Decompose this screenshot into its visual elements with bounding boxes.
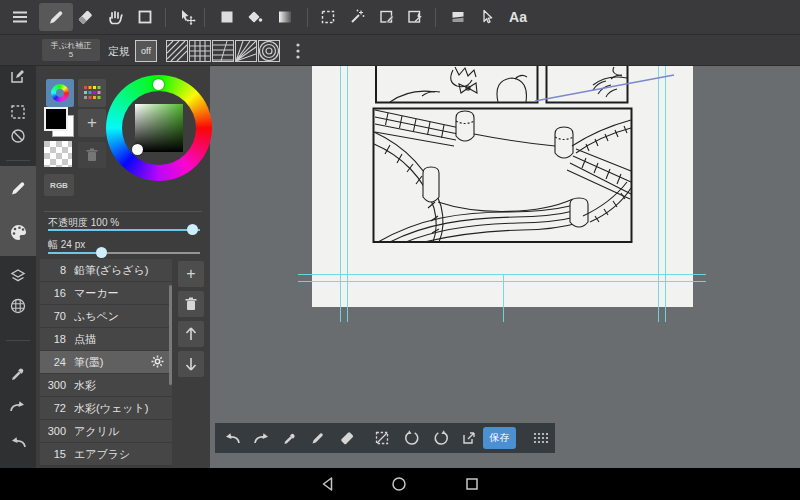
brush-down-button[interactable] xyxy=(178,351,204,377)
quick-bar: 保存 xyxy=(215,423,555,453)
color-mode-button[interactable]: RGB xyxy=(44,174,74,196)
nav-back-icon[interactable] xyxy=(313,474,341,494)
tool-text[interactable]: Aa xyxy=(501,3,535,31)
sv-handle[interactable] xyxy=(132,144,143,155)
eraser-button[interactable] xyxy=(336,427,358,449)
width-slider-handle[interactable] xyxy=(96,247,107,258)
brush-list-item[interactable]: 24 筆(墨) xyxy=(40,351,172,374)
tool-magic-wand[interactable] xyxy=(343,3,371,31)
nav-home-icon[interactable] xyxy=(385,474,413,494)
deselect-icon[interactable] xyxy=(0,118,36,154)
add-color-button[interactable]: + xyxy=(78,109,106,137)
tool-operate-cursor[interactable] xyxy=(473,3,501,31)
tool-shape-rect[interactable] xyxy=(213,3,241,31)
main-toolbar: Aa xyxy=(0,0,800,34)
tool-select-rect[interactable] xyxy=(314,3,342,31)
color-palette-icon[interactable] xyxy=(0,214,36,250)
brush-list-scrollbar[interactable] xyxy=(169,285,172,385)
brush-settings-icon[interactable] xyxy=(151,355,164,370)
ruler-label: 定規 xyxy=(108,44,130,59)
pen-tool-icon[interactable] xyxy=(0,170,36,206)
undo-icon[interactable] xyxy=(0,424,36,460)
stabilizer-button[interactable]: 手ぶれ補正 5 xyxy=(42,39,100,61)
brush-up-button[interactable] xyxy=(178,321,204,347)
redo-icon[interactable] xyxy=(0,388,36,424)
brush-list-item[interactable]: 15 エアブラシ xyxy=(40,443,172,466)
brush-list-item[interactable]: 70 ふちペン xyxy=(40,305,172,328)
delete-brush-button[interactable] xyxy=(178,291,204,317)
ruler-parallel-icon[interactable] xyxy=(166,40,188,62)
eyedropper-button[interactable] xyxy=(279,427,301,449)
grid-dots-icon[interactable] xyxy=(529,427,551,449)
tool-select-pen[interactable] xyxy=(373,3,401,31)
rotate-cw-button[interactable] xyxy=(430,427,452,449)
brush-list-item[interactable]: 8 鉛筆(ざらざら) xyxy=(40,259,172,282)
undo-button[interactable] xyxy=(221,427,243,449)
ruler-cross-icon[interactable] xyxy=(212,40,234,62)
tool-panel-divide[interactable] xyxy=(444,3,472,31)
android-nav-bar xyxy=(0,468,800,500)
tool-eraser[interactable] xyxy=(71,3,99,31)
brush-list-item[interactable]: 300 水彩 xyxy=(40,374,172,397)
rotate-ccw-button[interactable] xyxy=(400,427,422,449)
hue-handle[interactable] xyxy=(153,79,164,90)
redo-button[interactable] xyxy=(251,427,273,449)
ruler-concentric-icon[interactable] xyxy=(258,40,280,62)
opacity-slider[interactable] xyxy=(48,229,200,231)
tool-options-panel: + RGB 不透明度 100 % 幅 24 px 8 鉛筆(ざらざら) 16 マ… xyxy=(36,66,210,468)
eyedropper-icon[interactable] xyxy=(0,356,36,392)
ruler-grid-icon[interactable] xyxy=(189,40,211,62)
sv-square[interactable] xyxy=(135,104,183,152)
tool-select-move[interactable] xyxy=(401,3,429,31)
brush-list-item[interactable]: 16 マーカー xyxy=(40,282,172,305)
edit-canvas-icon[interactable] xyxy=(0,58,36,94)
foreground-color-swatch[interactable] xyxy=(44,107,68,131)
tool-hand[interactable] xyxy=(101,3,129,31)
deselect-button[interactable] xyxy=(371,427,393,449)
menu-icon[interactable] xyxy=(6,3,34,31)
width-label: 幅 24 px xyxy=(48,238,85,252)
save-button[interactable]: 保存 xyxy=(483,427,516,449)
pen-button[interactable] xyxy=(307,427,329,449)
brush-list-item[interactable]: 18 点描 xyxy=(40,328,172,351)
ruler-vanishing-point-icon[interactable] xyxy=(235,40,257,62)
export-button[interactable] xyxy=(458,427,480,449)
ruler-toolbar: 手ぶれ補正 5 定規 off xyxy=(0,34,800,66)
tool-fill-bucket[interactable] xyxy=(241,3,269,31)
tool-gradient[interactable] xyxy=(271,3,299,31)
brush-list-item[interactable]: 300 アクリル xyxy=(40,420,172,443)
ruler-more-icon[interactable] xyxy=(290,40,306,62)
color-palette-tab[interactable] xyxy=(78,79,106,107)
tool-transform[interactable] xyxy=(131,3,159,31)
left-rail xyxy=(0,66,36,468)
brush-list-item[interactable]: 72 水彩(ウェット) xyxy=(40,397,172,420)
add-brush-button[interactable]: + xyxy=(178,261,204,287)
tool-move[interactable] xyxy=(173,3,201,31)
canvas-viewport[interactable] xyxy=(210,66,800,468)
ruler-off-button[interactable]: off xyxy=(135,40,157,62)
opacity-slider-handle[interactable] xyxy=(187,224,198,235)
tool-pen[interactable] xyxy=(39,3,73,31)
opacity-label: 不透明度 100 % xyxy=(48,216,119,230)
materials-icon[interactable] xyxy=(0,288,36,324)
nav-recents-icon[interactable] xyxy=(458,474,486,494)
delete-color-button[interactable] xyxy=(78,142,106,168)
color-wheel-tab[interactable] xyxy=(46,79,74,107)
transparent-color-swatch[interactable] xyxy=(44,141,72,167)
